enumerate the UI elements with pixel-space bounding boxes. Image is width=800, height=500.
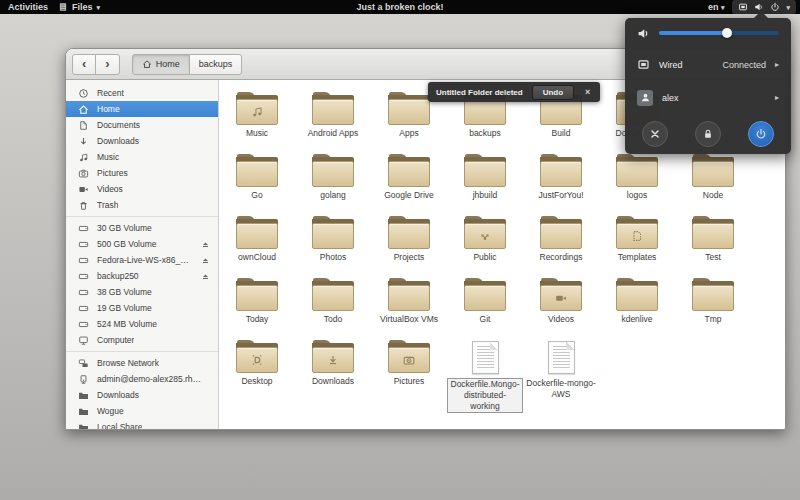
item-label: Photos (320, 252, 346, 263)
folder-item-test[interactable]: Test (675, 216, 751, 278)
folder-item-android-apps[interactable]: Android Apps (295, 92, 371, 154)
sidebar-item-downloads[interactable]: Downloads (66, 133, 218, 149)
drive-icon (78, 287, 89, 298)
eject-icon[interactable] (201, 240, 210, 249)
toast-message: Untitled Folder deleted (436, 88, 523, 97)
folder-icon (692, 154, 734, 187)
folder-item-public[interactable]: Public (447, 216, 523, 278)
sidebar-item-backup250[interactable]: backup250 (66, 268, 218, 284)
folder-item-today[interactable]: Today (219, 278, 295, 340)
avatar (637, 90, 653, 106)
folder-icon (312, 92, 354, 125)
sidebar-item-label: Wogue (97, 406, 124, 416)
home-icon (142, 59, 152, 69)
sidebar-item-home[interactable]: Home (66, 101, 218, 117)
item-label: VirtualBox VMs (380, 314, 438, 325)
drive-icon (78, 223, 89, 234)
path-button-home[interactable]: Home (132, 54, 190, 75)
close-icon[interactable]: × (583, 87, 592, 97)
display-icon (738, 2, 748, 12)
volume-slider-knob[interactable] (722, 28, 732, 38)
path-button-backups[interactable]: backups (189, 54, 243, 75)
folder-item-recordings[interactable]: Recordings (523, 216, 599, 278)
folder-item-justforyou[interactable]: JustForYou! (523, 154, 599, 216)
sidebar-item-trash[interactable]: Trash (66, 197, 218, 213)
back-button[interactable]: ‹ (72, 54, 96, 75)
item-label: Desktop (241, 376, 272, 387)
power-button[interactable] (748, 121, 774, 147)
sidebar-item-wogue[interactable]: Wogue (66, 403, 218, 419)
sidebar-item-500-gb-volume[interactable]: 500 GB Volume (66, 236, 218, 252)
folder-item-google-drive[interactable]: Google Drive (371, 154, 447, 216)
folder-item-logos[interactable]: logos (599, 154, 675, 216)
file-item-dockerfile-mongo-distributed-working[interactable]: Dockerfile.Mongo-distributed-working (447, 340, 523, 402)
user-menu-item[interactable]: alex ▸ (625, 81, 791, 114)
computer-icon (78, 335, 89, 346)
power-icon (755, 128, 767, 140)
sidebar-item-label: Fedora-Live-WS-x86_64-rawhide-… (97, 255, 193, 265)
eject-icon[interactable] (201, 272, 210, 281)
folder-item-videos[interactable]: Videos (523, 278, 599, 340)
sidebar-item-label: Videos (97, 184, 123, 194)
folder-item-photos[interactable]: Photos (295, 216, 371, 278)
folder-item-git[interactable]: Git (447, 278, 523, 340)
sidebar-item-documents[interactable]: Documents (66, 117, 218, 133)
sidebar-item-browse-network[interactable]: Browse Network (66, 355, 218, 371)
keyboard-layout-button[interactable]: en ▾ (708, 2, 725, 12)
sidebar-item-downloads[interactable]: Downloads (66, 387, 218, 403)
folder-item-go[interactable]: Go (219, 154, 295, 216)
item-label: Videos (548, 314, 574, 325)
lock-button[interactable] (695, 121, 721, 147)
sidebar-item-recent[interactable]: Recent (66, 85, 218, 101)
sidebar: RecentHomeDocumentsDownloadsMusicPicture… (66, 80, 219, 429)
sidebar-item-30-gb-volume[interactable]: 30 GB Volume (66, 220, 218, 236)
eject-icon[interactable] (201, 256, 210, 265)
sidebar-item-music[interactable]: Music (66, 149, 218, 165)
settings-button[interactable] (642, 121, 668, 147)
folder-item-virtualbox-vms[interactable]: VirtualBox VMs (371, 278, 447, 340)
folder-item-pictures[interactable]: Pictures (371, 340, 447, 402)
sidebar-item-38-gb-volume[interactable]: 38 GB Volume (66, 284, 218, 300)
video-icon (78, 184, 89, 195)
activities-button[interactable]: Activities (8, 2, 48, 12)
folder-item-kdenlive[interactable]: kdenlive (599, 278, 675, 340)
sidebar-item-19-gb-volume[interactable]: 19 GB Volume (66, 300, 218, 316)
folder-item-golang[interactable]: golang (295, 154, 371, 216)
volume-slider[interactable] (659, 31, 779, 35)
folder-item-jhbuild[interactable]: jhbuild (447, 154, 523, 216)
sidebar-item-computer[interactable]: Computer (66, 332, 218, 348)
item-label: Go (251, 190, 262, 201)
undo-button[interactable]: Undo (532, 85, 574, 100)
item-label: Apps (399, 128, 418, 139)
sidebar-item-pictures[interactable]: Pictures (66, 165, 218, 181)
folder-item-music[interactable]: Music (219, 92, 295, 154)
folder-icon (236, 340, 278, 373)
sidebar-item-524-mb-volume[interactable]: 524 MB Volume (66, 316, 218, 332)
folder-item-projects[interactable]: Projects (371, 216, 447, 278)
sidebar-item-videos[interactable]: Videos (66, 181, 218, 197)
caret-down-icon: ▾ (721, 4, 725, 11)
clock[interactable]: Just a broken clock! (0, 2, 800, 12)
sidebar-item-admin-demo-alex285-rhcloud-com[interactable]: admin@demo-alex285.rhcloud.com (66, 371, 218, 387)
folder-item-todo[interactable]: Todo (295, 278, 371, 340)
caret-down-icon: ▾ (97, 4, 101, 11)
folder-item-downloads[interactable]: Downloads (295, 340, 371, 402)
forward-button[interactable]: › (95, 54, 119, 75)
file-item-dockerfile-mongo-aws[interactable]: Dockerfile-mongo-AWS (523, 340, 599, 402)
folder-item-desktop[interactable]: Desktop (219, 340, 295, 402)
app-menu-button[interactable]: Files ▾ (58, 2, 100, 12)
folder-item-tmp[interactable]: Tmp (675, 278, 751, 340)
folder-icon (312, 216, 354, 249)
folder-item-templates[interactable]: Templates (599, 216, 675, 278)
sidebar-item-local-share[interactable]: Local Share (66, 419, 218, 429)
folder-item-node[interactable]: Node (675, 154, 751, 216)
item-label: Tmp (705, 314, 722, 325)
sidebar-item-label: Computer (97, 335, 134, 345)
folder-icon (540, 278, 582, 311)
network-menu-item[interactable]: Wired Connected ▸ (625, 48, 791, 81)
folder-icon (312, 154, 354, 187)
folder-item-owncloud[interactable]: ownCloud (219, 216, 295, 278)
item-label: JustForYou! (538, 190, 583, 201)
sidebar-separator (66, 216, 218, 217)
sidebar-item-fedora-live-ws-x86-64-rawhide[interactable]: Fedora-Live-WS-x86_64-rawhide-… (66, 252, 218, 268)
